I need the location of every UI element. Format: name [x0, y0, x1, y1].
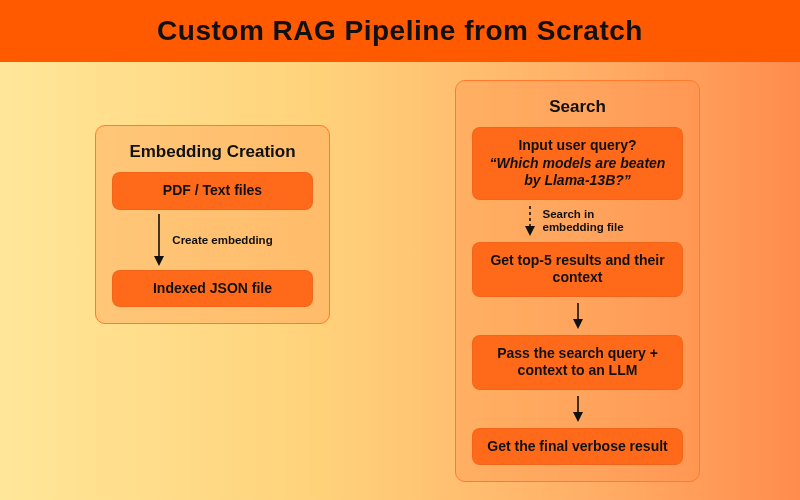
node-top5-results: Get top-5 results and their context	[472, 242, 683, 297]
node-input-query-line1: Input user query?	[484, 137, 671, 155]
diagram-canvas: Custom RAG Pipeline from Scratch Embeddi…	[0, 0, 800, 500]
node-indexed-json-file: Indexed JSON file	[112, 270, 313, 308]
svg-marker-7	[573, 412, 583, 422]
node-final-result: Get the final verbose result	[472, 428, 683, 466]
page-title: Custom RAG Pipeline from Scratch	[157, 15, 643, 47]
arrow-label-search-embedding: Search in embedding file	[543, 208, 633, 233]
node-input-query: Input user query? “Which models are beat…	[472, 127, 683, 200]
node-input-query-line2: “Which models are beaten by Llama-13B?”	[484, 155, 671, 190]
arrow-down-icon	[571, 303, 585, 329]
node-pass-to-llm: Pass the search query + context to an LL…	[472, 335, 683, 390]
arrow-down-icon	[523, 206, 537, 236]
arrow-down-icon	[571, 396, 585, 422]
title-bar: Custom RAG Pipeline from Scratch	[0, 0, 800, 62]
arrow-down-icon	[152, 214, 166, 266]
arrow-label-create-embedding: Create embedding	[172, 234, 272, 246]
svg-marker-3	[525, 226, 535, 236]
panel-search-title: Search	[472, 97, 683, 117]
svg-marker-1	[154, 256, 164, 266]
node-pdf-text-files: PDF / Text files	[112, 172, 313, 210]
svg-marker-5	[573, 319, 583, 329]
panel-search: Search Input user query? “Which models a…	[455, 80, 700, 482]
panel-embedding-title: Embedding Creation	[112, 142, 313, 162]
panel-embedding-creation: Embedding Creation PDF / Text files Crea…	[95, 125, 330, 324]
